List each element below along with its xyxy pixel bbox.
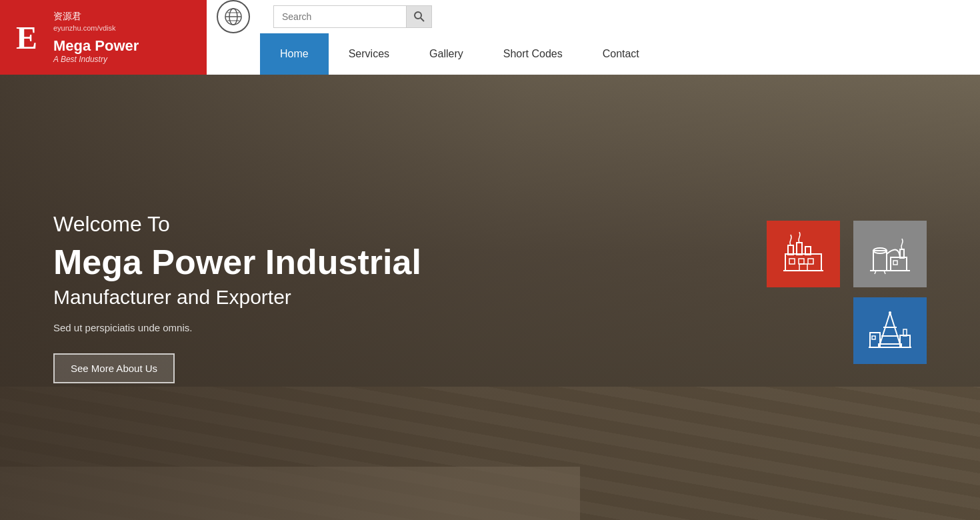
search-bar — [260, 0, 980, 33]
hero-content: Welcome To Mega Power Industrial Manufac… — [0, 75, 980, 520]
header: E 资源君 eyunzhu.com/vdisk Mega Power A Bes… — [0, 0, 980, 75]
hero-welcome: Welcome To — [53, 212, 660, 237]
svg-rect-21 — [893, 261, 897, 265]
logo-brand: Mega Power — [53, 37, 193, 55]
logo-text-area: 资源君 eyunzhu.com/vdisk Mega Power A Best … — [53, 0, 207, 75]
svg-rect-32 — [872, 336, 875, 339]
logo-area: E 资源君 eyunzhu.com/vdisk Mega Power A Bes… — [0, 0, 207, 75]
svg-point-29 — [889, 311, 891, 314]
nav-services[interactable]: Services — [329, 33, 409, 75]
svg-rect-11 — [789, 259, 795, 264]
nav-gallery[interactable]: Gallery — [409, 33, 483, 75]
search-icon — [414, 11, 425, 22]
globe-icon — [223, 7, 243, 27]
hero-cta-button[interactable]: See More About Us — [53, 353, 175, 383]
hero-text-block: Welcome To Mega Power Industrial Manufac… — [53, 212, 660, 383]
icon-box-industrial-blue — [853, 297, 927, 364]
svg-rect-14 — [799, 264, 807, 271]
svg-rect-7 — [785, 254, 821, 271]
hero-icon-boxes — [660, 221, 927, 374]
logo-red-box: E — [0, 0, 53, 75]
nav-short-codes[interactable]: Short Codes — [483, 33, 583, 75]
svg-rect-9 — [797, 243, 802, 255]
factory-icon — [780, 231, 827, 277]
svg-point-5 — [415, 12, 421, 19]
icon-box-factory-red — [767, 221, 840, 287]
search-button[interactable] — [407, 5, 432, 28]
icon-row-top — [767, 221, 927, 287]
svg-rect-13 — [808, 259, 813, 264]
logo-url-text: eyunzhu.com/vdisk — [53, 24, 193, 32]
hero-description: Sed ut perspiciatis unde omnis. — [53, 322, 660, 333]
logo-letter: E — [16, 19, 37, 56]
svg-line-26 — [890, 313, 900, 344]
nav-contact[interactable]: Contact — [583, 33, 659, 75]
svg-rect-12 — [799, 259, 804, 264]
logo-tagline: A Best Industry — [53, 55, 193, 64]
svg-rect-8 — [788, 245, 793, 255]
svg-line-6 — [421, 18, 424, 21]
navigation-bar: Home Services Gallery Short Codes Contac… — [260, 33, 980, 75]
hero-subtitle: Manufacturer and Exporter — [53, 286, 660, 309]
search-input[interactable] — [273, 5, 407, 28]
plant-icon — [867, 231, 913, 277]
industrial-icon — [867, 307, 913, 354]
icon-box-plant-gray — [853, 221, 927, 287]
logo-chinese-text: 资源君 — [53, 11, 193, 23]
svg-line-25 — [880, 313, 890, 344]
hero-title: Mega Power Industrial — [53, 242, 660, 282]
nav-home[interactable]: Home — [260, 33, 329, 75]
search-nav-area: Home Services Gallery Short Codes Contac… — [260, 0, 980, 75]
icon-row-bottom — [767, 297, 927, 364]
logo-circle-icon — [217, 0, 250, 33]
